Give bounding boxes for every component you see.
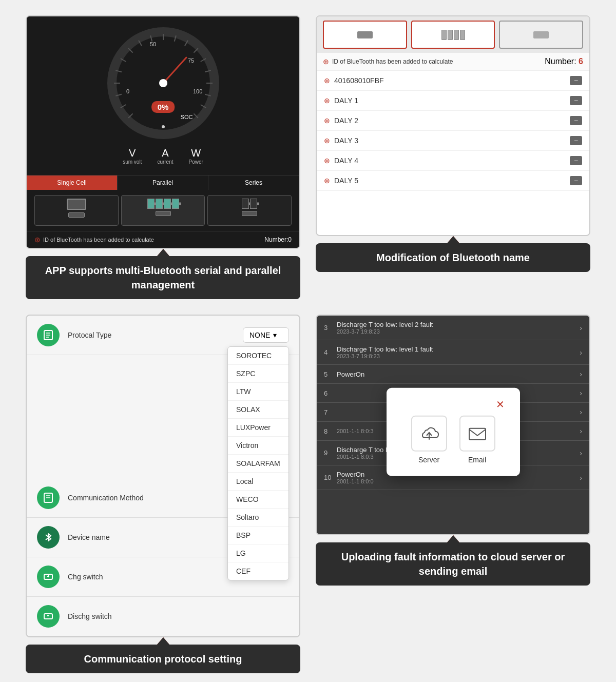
bname-bt-icon-1: ⊛ — [324, 96, 330, 105]
bname-minus-2[interactable]: − — [570, 116, 582, 125]
comm-screen: Protocal Type NONE ▾ SOROTEC SZPC LTW SO… — [26, 315, 300, 637]
page-container: 50 75 100 0 SOC 0% V sum volt — [26, 0, 590, 682]
bname-minus-1[interactable]: − — [570, 96, 582, 105]
modal-email-label: Email — [468, 456, 486, 464]
parallel-bar — [156, 211, 171, 216]
bname-bt-icon-0: ⊛ — [324, 76, 330, 85]
dropdown-item-local[interactable]: Local — [228, 473, 288, 491]
bname-cell-3 — [454, 30, 459, 40]
fault-num-2: 5 — [324, 371, 337, 378]
card1-label: APP supports multi-Bluetooth serial and … — [26, 256, 300, 299]
fault-modal-email[interactable]: Email — [459, 416, 495, 464]
bname-list-left-5: ⊛ DALY 5 — [324, 177, 358, 185]
card-fault-upload: 3 Discharge T too low: level 2 fault 202… — [316, 315, 590, 673]
bname-info-text: ID of BlueTooth has been added to calcul… — [332, 58, 453, 65]
bname-minus-3[interactable]: − — [570, 136, 582, 145]
fault-modal-server[interactable]: Server — [411, 416, 447, 464]
power-label: Power — [189, 159, 203, 165]
fault-arrow-0[interactable]: › — [580, 324, 582, 332]
charge-icon — [43, 571, 54, 582]
fault-num-3: 6 — [324, 389, 337, 397]
bname-id-4: DALY 4 — [334, 157, 358, 165]
svg-line-20 — [163, 57, 186, 83]
fault-arrow-2[interactable]: › — [580, 370, 582, 378]
bname-list-left-2: ⊛ DALY 2 — [324, 116, 358, 125]
dropdown-item-solax[interactable]: SOLAX — [228, 401, 288, 419]
bname-id-0: 401608010FBF — [334, 76, 384, 85]
bname-list-item-2: ⊛ DALY 2 − — [317, 111, 589, 131]
bname-info-number: Number: 6 — [545, 57, 583, 66]
fault-arrow-5[interactable]: › — [580, 427, 582, 435]
dropdown-item-lg[interactable]: LG — [228, 544, 288, 562]
bname-minus-0[interactable]: − — [570, 76, 582, 85]
fault-screen: 3 Discharge T too low: level 2 fault 202… — [316, 315, 590, 535]
fault-arrow-4[interactable]: › — [580, 408, 582, 416]
dropdown-item-cef[interactable]: CEF — [228, 562, 288, 580]
fault-arrow-1[interactable]: › — [580, 348, 582, 357]
comm-select-protocol[interactable]: NONE ▾ — [243, 327, 289, 343]
cell-4 — [172, 199, 179, 209]
dropdown-item-soltaro[interactable]: Soltaro — [228, 509, 288, 527]
tab-parallel[interactable]: Parallel — [118, 176, 208, 190]
chevron-down-icon: ▾ — [273, 331, 277, 339]
dropdown-item-soalarfam[interactable]: SOALARFAM — [228, 455, 288, 473]
fault-num-5: 8 — [324, 427, 337, 435]
tab-series[interactable]: Series — [208, 176, 299, 190]
bname-bt-icon-5: ⊛ — [324, 177, 330, 185]
bname-id-5: DALY 5 — [334, 177, 358, 185]
dropdown-item-ltw[interactable]: LTW — [228, 383, 288, 401]
dropdown-item-sorotec[interactable]: SOROTEC — [228, 347, 288, 365]
dropdown-item-victron[interactable]: Victron — [228, 437, 288, 455]
volt-label: sum volt — [123, 159, 142, 165]
bname-list-left-0: ⊛ 401608010FBF — [324, 76, 384, 85]
svg-point-26 — [162, 125, 165, 128]
fault-item-1: 4 Discharge T too low: level 1 fault 202… — [317, 340, 589, 365]
battery-group-parallel — [121, 195, 205, 226]
bname-list-item-1: ⊛ DALY 1 − — [317, 91, 589, 111]
bname-batteries-row — [323, 21, 583, 49]
bname-id-2: DALY 2 — [334, 116, 358, 125]
dropdown-item-luxpower[interactable]: LUXPower — [228, 419, 288, 437]
svg-rect-40 — [469, 428, 486, 440]
bname-info-row: ⊕ ID of BlueTooth has been added to calc… — [317, 53, 589, 71]
comm-label-protocol: Protocal Type — [68, 331, 235, 339]
modal-close-button[interactable]: ✕ — [496, 398, 505, 411]
bt-footer-number: Number:0 — [264, 236, 292, 243]
dropdown-item-szpc[interactable]: SZPC — [228, 365, 288, 383]
server-icon-box — [411, 416, 447, 452]
bt-footer-label: ID of BlueTooth has been added to calcul… — [43, 237, 154, 243]
gauge-area: 50 75 100 0 SOC 0% V sum volt — [27, 16, 299, 175]
series-bar — [242, 211, 257, 216]
gauge-percent: 0% — [151, 101, 175, 113]
card3-label: Communication protocol setting — [26, 645, 300, 673]
fault-item-2: 5 PowerOn › — [317, 365, 589, 384]
bname-bt-icon-2: ⊛ — [324, 116, 330, 125]
bt-metric-volt: V sum volt — [123, 147, 142, 165]
bluetooth-icon — [44, 532, 53, 543]
modal-server-label: Server — [418, 456, 439, 464]
fault-arrow-6[interactable]: › — [580, 449, 582, 457]
scell-2 — [250, 199, 257, 209]
comm-icon-comm — [37, 486, 60, 509]
cell-3 — [164, 199, 171, 209]
dropdown-item-bsp[interactable]: BSP — [228, 527, 288, 544]
bname-screen: ⊕ ID of BlueTooth has been added to calc… — [316, 15, 590, 236]
comm-row-dischg: Dischg switch — [27, 597, 299, 636]
fault-title-2: PowerOn — [337, 371, 580, 378]
bname-minus-4[interactable]: − — [570, 156, 582, 165]
tab-single-cell[interactable]: Single Cell — [27, 176, 118, 190]
fault-date-0: 2023-3-7 19:8:23 — [337, 328, 580, 335]
comm-icon-protocol — [37, 324, 60, 346]
card4-label: Uploading fault information to cloud ser… — [316, 542, 590, 586]
fault-num-1: 4 — [324, 348, 337, 356]
fault-item-0: 3 Discharge T too low: level 2 fault 202… — [317, 316, 589, 340]
dropdown-item-weco[interactable]: WECO — [228, 491, 288, 509]
fault-arrow-7[interactable]: › — [580, 474, 582, 482]
bname-list-item-5: ⊛ DALY 5 − — [317, 171, 589, 191]
power-icon: W — [191, 147, 201, 159]
fault-arrow-3[interactable]: › — [580, 389, 582, 397]
bname-minus-5[interactable]: − — [570, 176, 582, 185]
comm-dropdown[interactable]: SOROTEC SZPC LTW SOLAX LUXPower Victron … — [227, 346, 289, 580]
bname-bt-icon-3: ⊛ — [324, 137, 330, 145]
bt-tabs: Single Cell Parallel Series — [27, 175, 299, 190]
